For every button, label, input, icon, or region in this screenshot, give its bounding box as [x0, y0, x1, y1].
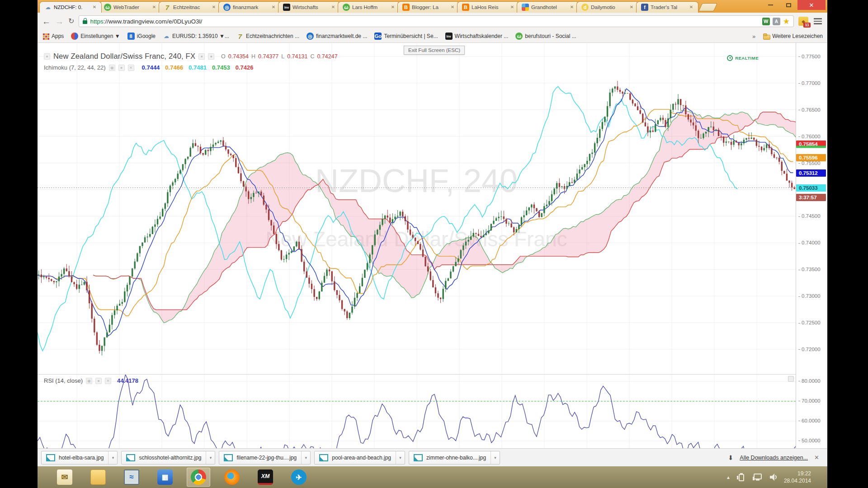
tab-close-icon[interactable]: ✕ [688, 4, 694, 10]
tab-wirtschafts[interactable]: InvWirtschafts✕ [278, 1, 340, 13]
address-bar[interactable]: https://www.tradingview.com/e/0DLyuO3l/ … [79, 15, 794, 27]
bookmark-termin-bersicht-se[interactable]: GoTerminübersicht | Se... [374, 33, 438, 40]
bookmark-star-icon[interactable]: ★ [783, 17, 790, 26]
taskbar-blue-bird-app-button[interactable]: ✈ [287, 468, 311, 487]
tab-dailymotio[interactable]: dDailymotio✕ [576, 1, 639, 13]
tab-close-icon[interactable]: ✕ [390, 4, 396, 10]
indicator-eye-icon[interactable]: ◉ [109, 65, 115, 71]
extension-w-icon[interactable]: W [762, 18, 770, 25]
network-icon[interactable] [752, 473, 763, 481]
minimize-button[interactable] [761, 0, 779, 10]
download-caret[interactable]: ▾ [491, 451, 500, 464]
main-chart[interactable]: NZDCHF, 240 New Zealand Dollar/Swiss Fra… [38, 43, 796, 374]
rsi-pane-expand-button[interactable] [788, 376, 794, 382]
taskbar-chrome-app-button[interactable] [187, 468, 210, 487]
symbol-flag-icon[interactable]: ● [44, 53, 50, 60]
translate-icon[interactable]: A [773, 18, 780, 25]
igoogle-icon: 8 [127, 33, 135, 40]
chrome-menu-button[interactable] [813, 17, 823, 25]
rsi-gear-icon[interactable]: ● [95, 378, 102, 384]
taskbar-firefox-app-button[interactable] [220, 468, 244, 487]
snapshot-icon[interactable]: ● [198, 53, 205, 60]
indicator-remove-icon[interactable]: ✕ [128, 65, 134, 71]
download-item-filename-22-jpg-thu-jpg[interactable]: filename-22-jpg-thu....jpg▾ [219, 451, 311, 465]
forward-button[interactable]: → [55, 17, 64, 26]
tab-blogger-la[interactable]: BBlogger: La✕ [397, 1, 460, 13]
grandhotel-icon [522, 4, 529, 11]
bookmarks-more[interactable]: Weitere Lesezeichen [763, 33, 823, 40]
rsi-panel[interactable] [38, 374, 796, 448]
tab-lahos-reis[interactable]: BLaHos Reis✕ [457, 1, 519, 13]
bookmark-igoogle[interactable]: 8iGoogle [127, 33, 156, 40]
tab-finanzmark[interactable]: ◎finanzmark✕ [218, 1, 281, 13]
taskbar-monitor-chart-app-button[interactable]: ≈ [120, 468, 143, 487]
ohlc-value: 0.74354 [228, 53, 249, 60]
bookmark-berufstouri-social[interactable]: ωberufstouri - Social ... [515, 33, 576, 40]
download-item-zimmer-ohne-balko-jpg[interactable]: zimmer-ohne-balko....jpg▾ [409, 451, 500, 465]
download-item-main[interactable]: hotel-elba-sara.jpg [42, 454, 108, 461]
taskbar-explorer-app-button[interactable] [86, 468, 110, 487]
reload-button[interactable]: ↻ [68, 18, 74, 25]
tab-webtrader[interactable]: ωWebTrader✕ [99, 1, 161, 13]
back-button[interactable]: ← [42, 17, 51, 26]
price-axis[interactable]: 0.775000.770000.765000.760000.755000.750… [796, 43, 827, 448]
taskbar-xm-app-button[interactable]: XM [254, 468, 277, 487]
download-item-main[interactable]: schlosshotel-althornitz.jpg [122, 454, 206, 461]
tab-nzdchf-0[interactable]: ☁NZDCHF: 0.✕ [39, 1, 102, 13]
maximize-button[interactable] [779, 0, 797, 10]
extension-icon[interactable]: ◆11 [798, 17, 808, 26]
bookmark-apps[interactable]: Apps [42, 33, 64, 40]
download-caret[interactable]: ▾ [396, 451, 405, 464]
rsi-canvas[interactable] [38, 375, 796, 448]
tab-close-icon[interactable]: ✕ [509, 4, 515, 10]
new-tab-button[interactable] [698, 3, 717, 11]
bookmark-finanzmarktwelt-de[interactable]: ◎finanzmarktwelt.de ... [307, 33, 367, 40]
tab-close-icon[interactable]: ✕ [211, 4, 217, 10]
tab-echtzeitnac[interactable]: 7Echtzeitnac✕ [159, 1, 221, 13]
tab-lars-hoffm[interactable]: ωLars Hoffm✕ [338, 1, 400, 13]
bookmark-wirtschaftskalender[interactable]: InvWirtschaftskalender ... [445, 33, 509, 40]
download-item-pool-area-and-beach-jpg[interactable]: pool-area-and-beach.jpg▾ [314, 451, 405, 465]
rsi-eye-icon[interactable]: ◉ [86, 378, 92, 384]
realtime-label: REALTIME [735, 56, 759, 61]
download-item-main[interactable]: filename-22-jpg-thu....jpg [219, 454, 301, 461]
download-filename: schlosshotel-althornitz.jpg [139, 455, 201, 461]
download-caret[interactable]: ▾ [108, 451, 117, 464]
bookmarks-overflow-chevron[interactable]: » [752, 33, 755, 40]
download-item-hotel-elba-sara-jpg[interactable]: hotel-elba-sara.jpg▾ [41, 451, 118, 465]
blue-bird-app-icon: ✈ [291, 469, 307, 485]
close-window-button[interactable]: ✕ [797, 0, 826, 10]
taskbar-blue-window-app-button[interactable]: ▦ [153, 468, 177, 487]
indicator-gear-icon[interactable]: ● [118, 65, 125, 71]
taskbar-clock[interactable]: 19:22 28.04.2014 [784, 470, 811, 484]
tab-close-icon[interactable]: ✕ [91, 4, 98, 10]
tab-close-icon[interactable]: ✕ [270, 4, 277, 10]
tab-close-icon[interactable]: ✕ [569, 4, 575, 10]
tab-close-icon[interactable]: ✕ [628, 4, 635, 10]
download-caret[interactable]: ▾ [301, 451, 310, 464]
speaker-icon[interactable] [769, 473, 778, 481]
download-item-main[interactable]: zimmer-ohne-balko....jpg [409, 454, 491, 461]
rsi-remove-icon[interactable]: ✕ [105, 378, 111, 384]
download-item-schlosshotel-althornitz-jpg[interactable]: schlosshotel-althornitz.jpg▾ [121, 451, 215, 465]
tab-trader-s-tal[interactable]: fTrader's Tal✕ [636, 1, 698, 13]
bookmark-einstellungen[interactable]: Einstellungen ▼ [71, 33, 120, 40]
price-chart-canvas[interactable]: NZDCHF, 240 New Zealand Dollar/Swiss Fra… [38, 43, 796, 374]
settings-icon[interactable]: ● [208, 53, 214, 60]
webtrader-icon: ω [104, 4, 111, 11]
download-item-main[interactable]: pool-area-and-beach.jpg [315, 454, 396, 461]
bookmark-echtzeitnachrichten[interactable]: 7Echtzeitnachrichten ... [236, 33, 299, 40]
url-text[interactable]: https://www.tradingview.com/e/0DLyuO3l/ [90, 18, 202, 25]
tab-close-icon[interactable]: ✕ [449, 4, 456, 10]
downloads-close-icon[interactable]: ✕ [814, 454, 819, 461]
tab-close-icon[interactable]: ✕ [151, 4, 157, 10]
blue-window-app-icon: ▦ [157, 469, 173, 485]
taskbar-mail-app-button[interactable]: ✉ [53, 468, 76, 487]
download-caret[interactable]: ▾ [206, 451, 215, 464]
tray-expand-icon[interactable]: ▲ [726, 475, 731, 480]
tab-grandhotel[interactable]: Grandhotel✕ [517, 1, 579, 13]
tab-close-icon[interactable]: ✕ [330, 4, 336, 10]
show-all-downloads-link[interactable]: Alle Downloads anzeigen... [740, 455, 808, 461]
battery-icon[interactable] [736, 473, 746, 481]
bookmark-eurusd-1-35910[interactable]: ☁EURUSD: 1.35910 ▼... [163, 33, 229, 40]
